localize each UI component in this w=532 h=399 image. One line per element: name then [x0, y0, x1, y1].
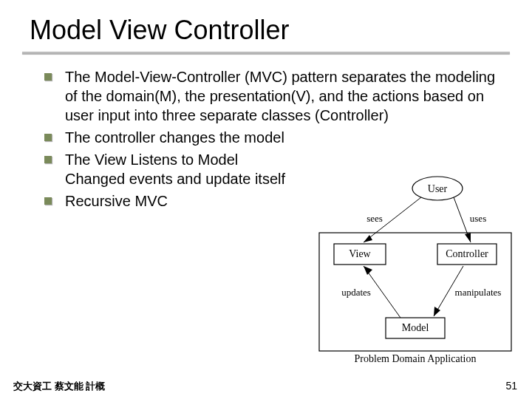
mvc-diagram: User View Controller Model sees uses u	[312, 174, 519, 366]
slide: Model View Controller The Model-View-Con…	[0, 0, 532, 399]
diagram-caption: Problem Domain Application	[355, 353, 477, 364]
edge-manipulates-label: manipulates	[455, 287, 502, 298]
edge-updates-label: updates	[341, 287, 371, 298]
edge-uses-label: uses	[470, 213, 486, 224]
model-label: Model	[402, 322, 429, 333]
user-label: User	[428, 183, 448, 194]
page-number: 51	[505, 380, 517, 392]
view-label: View	[349, 248, 371, 259]
edge-sees-label: sees	[366, 213, 383, 224]
bullet-item: The Model-View-Controller (MVC) pattern …	[44, 67, 510, 125]
page-title: Model View Controller	[0, 7, 532, 52]
bullet-item: The controller changes the model	[44, 128, 510, 147]
controller-label: Controller	[446, 248, 488, 259]
arrowhead-icon	[465, 233, 471, 242]
arrowhead-icon	[434, 307, 440, 316]
arrowhead-icon	[364, 266, 372, 275]
footer-text: 交大資工 蔡文能 計概	[13, 380, 105, 393]
bullet-item: The View Listens to Model Changed events…	[44, 150, 296, 188]
